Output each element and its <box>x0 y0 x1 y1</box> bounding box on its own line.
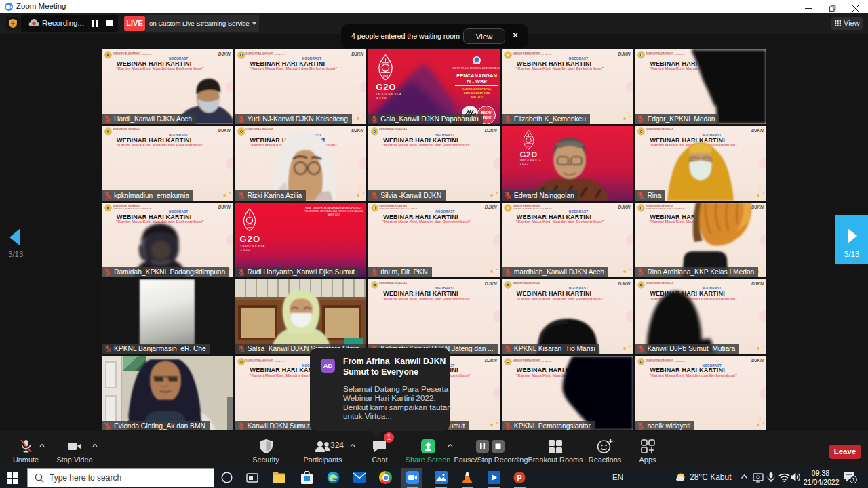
svg-text:P: P <box>517 474 521 482</box>
svg-text:WBK!: WBK! <box>481 115 492 119</box>
svg-text:BISA!: BISA! <box>481 110 492 115</box>
